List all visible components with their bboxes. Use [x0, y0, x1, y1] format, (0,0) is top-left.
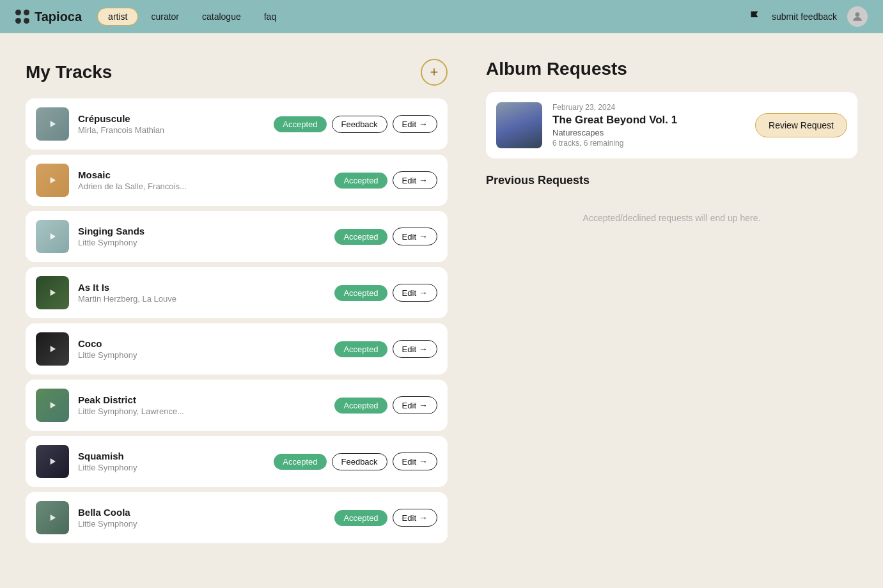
svg-marker-2: [51, 177, 56, 183]
svg-marker-5: [51, 346, 56, 352]
my-tracks-panel: My Tracks + Crépuscule Mirla, Francois M…: [26, 59, 448, 543]
edit-button[interactable]: Edit →: [393, 453, 437, 470]
track-actions: Accepted Edit →: [334, 509, 437, 527]
track-name: As It Is: [78, 282, 325, 293]
track-artist: Adrien de la Salle, Francois...: [78, 182, 325, 191]
status-badge: Accepted: [334, 173, 387, 189]
edit-button[interactable]: Edit →: [393, 340, 437, 358]
track-info: Singing Sands Little Symphony: [78, 226, 325, 247]
arrow-icon: →: [419, 119, 428, 129]
arrow-icon: →: [419, 456, 428, 467]
review-request-button[interactable]: Review Request: [755, 113, 847, 137]
submit-feedback-button[interactable]: submit feedback: [772, 12, 837, 22]
track-actions: Accepted Edit →: [334, 284, 437, 302]
track-thumbnail: [36, 220, 69, 253]
track-artist: Little Symphony: [78, 519, 325, 529]
user-avatar[interactable]: [847, 6, 868, 27]
table-row: Mosaic Adrien de la Salle, Francois... A…: [26, 155, 448, 206]
track-artist: Little Symphony: [78, 463, 265, 472]
arrow-icon: →: [419, 400, 428, 410]
edit-button[interactable]: Edit →: [393, 396, 437, 414]
arrow-icon: →: [419, 231, 428, 242]
arrow-icon: →: [419, 288, 428, 298]
arrow-icon: →: [419, 344, 428, 354]
header-right: submit feedback: [747, 6, 868, 27]
arrow-icon: →: [419, 513, 428, 523]
feedback-button[interactable]: Feedback: [332, 116, 387, 133]
album-request-card: February 23, 2024 The Great Beyond Vol. …: [486, 92, 857, 159]
feedback-button[interactable]: Feedback: [332, 453, 387, 470]
track-thumbnail: [36, 107, 69, 141]
logo-text: Tapioca: [35, 10, 82, 24]
track-actions: Accepted Edit →: [334, 396, 437, 414]
status-badge: Accepted: [274, 116, 326, 132]
svg-marker-1: [51, 121, 56, 127]
track-thumbnail: [36, 276, 69, 309]
status-badge: Accepted: [274, 454, 326, 470]
track-name: Bella Coola: [78, 507, 325, 518]
album-info: February 23, 2024 The Great Beyond Vol. …: [552, 103, 745, 148]
track-artist: Martin Herzberg, La Louve: [78, 294, 325, 304]
track-artist: Little Symphony, Lawrence...: [78, 406, 325, 416]
table-row: Singing Sands Little Symphony Accepted E…: [26, 211, 448, 262]
track-info: As It Is Martin Herzberg, La Louve: [78, 282, 325, 304]
nav-faq[interactable]: faq: [254, 8, 286, 25]
table-row: Bella Coola Little Symphony Accepted Edi…: [26, 492, 448, 543]
edit-button[interactable]: Edit →: [393, 228, 437, 245]
svg-point-0: [856, 12, 860, 17]
svg-marker-6: [51, 402, 56, 408]
track-thumbnail: [36, 332, 69, 366]
edit-button[interactable]: Edit →: [393, 171, 437, 189]
table-row: As It Is Martin Herzberg, La Louve Accep…: [26, 267, 448, 318]
main-content: My Tracks + Crépuscule Mirla, Francois M…: [0, 33, 883, 569]
album-date: February 23, 2024: [552, 103, 745, 112]
logo-area: Tapioca: [15, 10, 82, 24]
svg-marker-4: [51, 290, 56, 296]
track-name: Coco: [78, 338, 325, 349]
track-thumbnail: [36, 389, 69, 422]
nav-curator[interactable]: curator: [141, 8, 189, 25]
album-requests-panel: Album Requests February 23, 2024 The Gre…: [486, 59, 857, 543]
album-curator: Naturescapes: [552, 128, 745, 137]
header: Tapioca artist curator catalogue faq sub…: [0, 0, 883, 33]
track-info: Crépuscule Mirla, Francois Mathian: [78, 113, 265, 135]
flag-icon[interactable]: [747, 10, 762, 24]
track-info: Bella Coola Little Symphony: [78, 507, 325, 529]
edit-button[interactable]: Edit →: [393, 284, 437, 302]
track-thumbnail: [36, 501, 69, 534]
nav-artist[interactable]: artist: [97, 8, 138, 26]
status-badge: Accepted: [334, 341, 387, 357]
edit-button[interactable]: Edit →: [393, 115, 437, 133]
edit-button[interactable]: Edit →: [393, 509, 437, 527]
nav-catalogue[interactable]: catalogue: [192, 8, 251, 25]
previous-requests-empty: Accepted/declined requests will end up h…: [486, 213, 857, 223]
logo-icon: [15, 10, 29, 24]
track-actions: Accepted Edit →: [334, 228, 437, 245]
my-tracks-header: My Tracks +: [26, 59, 448, 86]
status-badge: Accepted: [334, 398, 387, 414]
table-row: Coco Little Symphony Accepted Edit →: [26, 323, 448, 375]
album-requests-title: Album Requests: [486, 59, 857, 79]
album-name: The Great Beyond Vol. 1: [552, 114, 745, 127]
status-badge: Accepted: [334, 510, 387, 526]
track-info: Squamish Little Symphony: [78, 451, 265, 472]
track-artist: Mirla, Francois Mathian: [78, 125, 265, 135]
previous-requests-title: Previous Requests: [486, 174, 857, 187]
track-name: Mosaic: [78, 169, 325, 180]
svg-marker-7: [51, 458, 56, 465]
track-name: Peak District: [78, 394, 325, 405]
svg-marker-8: [51, 514, 56, 521]
table-row: Crépuscule Mirla, Francois Mathian Accep…: [26, 98, 448, 150]
track-actions: Accepted Feedback Edit →: [274, 115, 437, 133]
track-list: Crépuscule Mirla, Francois Mathian Accep…: [26, 98, 448, 543]
track-actions: Accepted Edit →: [334, 171, 437, 189]
add-track-button[interactable]: +: [421, 59, 448, 86]
track-name: Singing Sands: [78, 226, 325, 236]
track-name: Crépuscule: [78, 113, 265, 124]
track-actions: Accepted Feedback Edit →: [274, 453, 437, 470]
track-artist: Little Symphony: [78, 350, 325, 360]
track-info: Coco Little Symphony: [78, 338, 325, 360]
track-thumbnail: [36, 445, 69, 478]
svg-marker-3: [51, 233, 56, 240]
table-row: Peak District Little Symphony, Lawrence.…: [26, 380, 448, 431]
